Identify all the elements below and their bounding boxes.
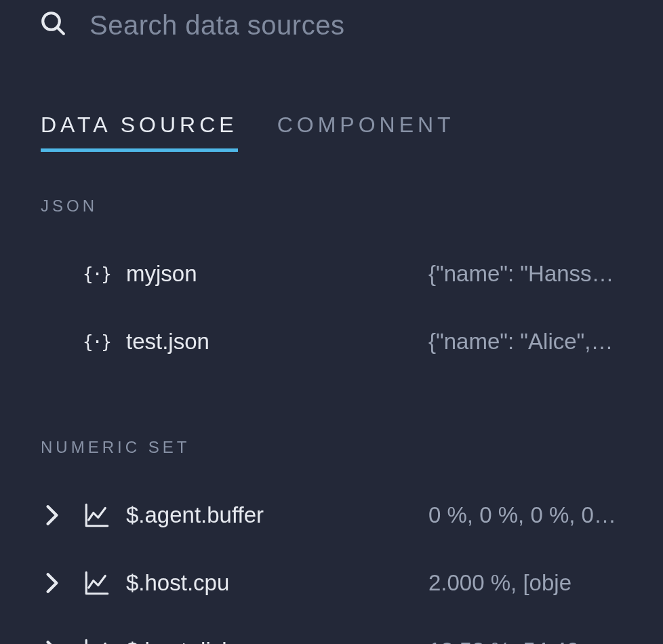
row-value: {"name": "Alice",… [428,329,625,355]
row-value: 2.000 %, [obje [428,570,625,596]
row-name: $.agent.buffer [126,502,428,528]
row-value: 12.58 %, 54.40 … [428,638,625,644]
tabs: DATA SOURCE COMPONENT [0,41,663,152]
expand-chevron-icon[interactable] [45,504,83,527]
tab-data-source[interactable]: DATA SOURCE [41,113,238,152]
row-value: {"name": "Hanss… [428,261,625,287]
section-header-json: JSON [0,197,663,216]
json-row[interactable]: {·} myjson {"name": "Hanss… [0,240,663,308]
search-bar [0,0,663,41]
chart-icon [83,501,126,529]
expand-chevron-icon[interactable] [45,571,83,595]
numeric-row[interactable]: $.host.disk 12.58 %, 54.40 … [0,617,663,644]
row-name: test.json [126,329,428,355]
svg-line-1 [57,27,64,34]
tab-component[interactable]: COMPONENT [277,113,455,152]
search-input[interactable] [89,10,624,41]
json-icon: {·} [83,264,126,284]
json-icon: {·} [83,331,126,352]
chart-icon [83,569,126,597]
chart-icon [83,637,126,644]
row-value: 0 %, 0 %, 0 %, 0… [428,502,625,528]
search-icon [39,9,68,41]
expand-chevron-icon[interactable] [45,639,83,644]
section-header-numeric: NUMERIC SET [0,438,663,457]
row-name: myjson [126,261,428,287]
row-name: $.host.cpu [126,570,428,596]
numeric-row[interactable]: $.host.cpu 2.000 %, [obje [0,549,663,617]
json-row[interactable]: {·} test.json {"name": "Alice",… [0,308,663,376]
numeric-row[interactable]: $.agent.buffer 0 %, 0 %, 0 %, 0… [0,481,663,549]
row-name: $.host.disk [126,638,428,644]
